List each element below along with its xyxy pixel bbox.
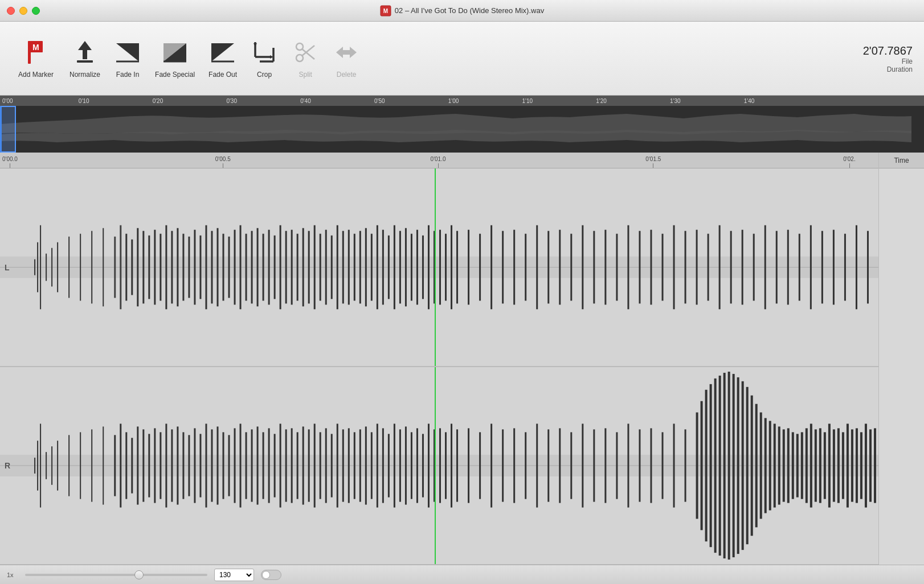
svg-rect-94 — [434, 231, 435, 304]
title-bar: M 02 – All I've Got To Do (Wide Stereo M… — [0, 0, 924, 22]
fade-out-label: Fade Out — [208, 71, 237, 79]
ov-tick-5: 0'50 — [374, 96, 385, 106]
svg-rect-210 — [479, 432, 481, 499]
svg-rect-148 — [114, 435, 116, 496]
svg-rect-49 — [177, 228, 178, 307]
duration-file-label: File — [863, 57, 913, 65]
tempo-select[interactable]: 60 80 100 120 130 140 160 180 — [214, 569, 254, 581]
svg-rect-257 — [824, 432, 826, 499]
svg-rect-106 — [547, 231, 549, 304]
svg-rect-158 — [171, 429, 173, 501]
svg-rect-98 — [456, 231, 458, 304]
normalize-icon — [71, 39, 99, 66]
svg-rect-231 — [705, 390, 708, 541]
close-button[interactable] — [7, 7, 15, 15]
svg-rect-35 — [80, 234, 81, 301]
svg-rect-202 — [422, 434, 424, 497]
normalize-label: Normalize — [69, 71, 100, 79]
svg-rect-33 — [57, 242, 58, 293]
svg-rect-259 — [833, 429, 835, 501]
svg-rect-97 — [451, 225, 452, 310]
svg-rect-111 — [604, 230, 606, 305]
svg-rect-113 — [627, 225, 629, 310]
svg-rect-129 — [810, 225, 812, 310]
overview-selection[interactable] — [0, 106, 16, 153]
svg-rect-240 — [746, 387, 749, 544]
maximize-button[interactable] — [32, 7, 40, 15]
waveform-container[interactable]: 0'00.0 0'00.5 0'01.0 0'01.5 0'02. — [0, 153, 878, 565]
slider-thumb[interactable] — [134, 570, 144, 579]
crop-button[interactable]: Crop — [244, 34, 285, 83]
toolbar: M Add Marker Normalize Fade In — [0, 22, 924, 96]
svg-rect-261 — [842, 432, 844, 499]
svg-rect-244 — [764, 418, 767, 513]
svg-rect-146 — [91, 429, 92, 501]
svg-marker-12 — [211, 43, 234, 61]
svg-rect-227 — [673, 423, 675, 507]
svg-rect-221 — [604, 428, 606, 503]
svg-rect-71 — [302, 228, 304, 307]
channel-right: 6 R 6 — [0, 367, 878, 565]
svg-rect-133 — [856, 225, 857, 310]
svg-rect-170 — [240, 423, 242, 507]
overview-wave-svg — [0, 106, 924, 153]
time-label: Time — [879, 153, 924, 168]
svg-rect-208 — [456, 429, 458, 501]
svg-rect-144 — [68, 435, 69, 496]
svg-rect-68 — [285, 231, 287, 304]
svg-rect-95 — [439, 230, 441, 305]
fade-in-button[interactable]: Fade In — [107, 34, 148, 83]
svg-rect-132 — [844, 234, 846, 301]
svg-rect-251 — [796, 434, 799, 497]
ov-tick-1: 0'10 — [79, 96, 89, 106]
toggle-button[interactable] — [261, 570, 281, 580]
minimize-button[interactable] — [19, 7, 27, 15]
svg-rect-165 — [211, 429, 212, 501]
svg-rect-125 — [764, 225, 766, 310]
split-button[interactable]: Split — [285, 34, 326, 83]
svg-text:M: M — [383, 8, 388, 14]
svg-rect-141 — [46, 452, 47, 479]
svg-rect-83 — [371, 234, 373, 301]
svg-rect-225 — [650, 428, 652, 503]
fade-out-icon — [209, 39, 236, 66]
svg-rect-107 — [559, 230, 561, 305]
svg-rect-178 — [285, 429, 287, 501]
svg-rect-263 — [851, 429, 853, 501]
fade-special-button[interactable]: Fade Special — [148, 34, 202, 83]
svg-rect-203 — [428, 423, 430, 507]
svg-rect-43 — [142, 231, 144, 304]
svg-rect-6 — [77, 60, 93, 63]
zoom-slider[interactable] — [25, 571, 207, 579]
svg-rect-61 — [246, 234, 247, 301]
fade-out-button[interactable]: Fade Out — [202, 34, 244, 83]
svg-rect-150 — [125, 432, 127, 499]
crop-label: Crop — [257, 71, 272, 79]
normalize-button[interactable]: Normalize — [63, 34, 107, 83]
svg-rect-62 — [251, 231, 253, 304]
svg-rect-147 — [103, 426, 104, 504]
svg-rect-163 — [199, 434, 201, 497]
svg-rect-29 — [37, 242, 38, 293]
svg-rect-75 — [325, 230, 327, 305]
slider-track — [25, 574, 207, 576]
svg-rect-214 — [525, 432, 526, 499]
svg-rect-255 — [815, 429, 817, 501]
fade-in-icon — [114, 39, 141, 66]
svg-rect-69 — [291, 230, 293, 305]
add-marker-button[interactable]: M Add Marker — [9, 34, 63, 83]
delete-button[interactable]: Delete — [326, 34, 367, 83]
svg-rect-243 — [760, 413, 762, 519]
svg-rect-56 — [216, 228, 218, 307]
svg-rect-207 — [451, 423, 452, 507]
svg-rect-173 — [257, 426, 259, 504]
overview-timeline[interactable]: 0'00 0'10 0'20 0'30 0'40 0'50 1'00 1'10 … — [0, 96, 924, 153]
svg-rect-88 — [399, 231, 401, 304]
svg-rect-128 — [799, 234, 800, 301]
svg-rect-152 — [137, 426, 138, 504]
ov-tick-4: 0'40 — [300, 96, 311, 106]
svg-rect-254 — [810, 423, 812, 507]
svg-rect-80 — [354, 234, 355, 301]
svg-rect-166 — [216, 426, 218, 504]
svg-rect-77 — [337, 225, 338, 310]
